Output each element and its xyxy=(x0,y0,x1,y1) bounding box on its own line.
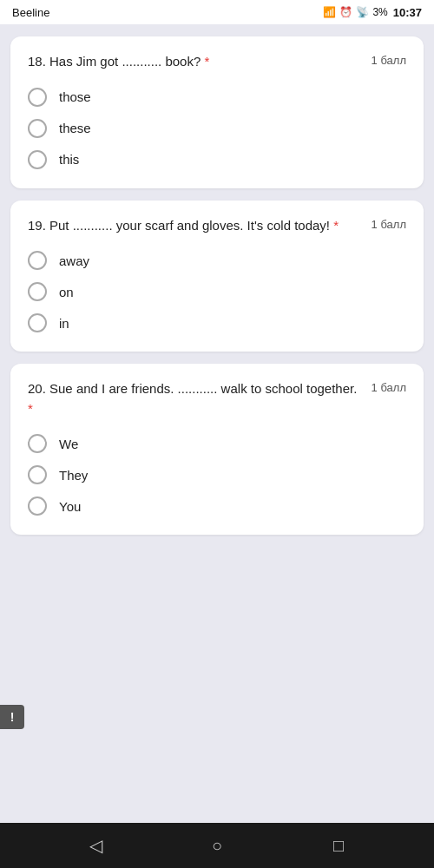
home-button[interactable]: ○ xyxy=(198,826,236,865)
radio-button[interactable] xyxy=(28,313,47,332)
question-card-3: 20. Sue and I are friends. ........... w… xyxy=(10,364,424,535)
radio-button[interactable] xyxy=(28,496,47,516)
questions-content: 18. Has Jim got ........... book? *1 бал… xyxy=(0,24,434,823)
option-item-1[interactable]: these xyxy=(28,119,406,138)
radio-button[interactable] xyxy=(28,465,47,484)
question-card-1: 18. Has Jim got ........... book? *1 бал… xyxy=(10,36,424,188)
options-list: WeTheyYou xyxy=(28,434,406,516)
radio-button[interactable] xyxy=(28,150,47,169)
required-asterisk: * xyxy=(333,218,339,233)
back-button[interactable]: ◁ xyxy=(76,826,115,865)
radio-button[interactable] xyxy=(28,251,47,270)
option-label: We xyxy=(59,437,78,451)
option-label: away xyxy=(59,253,89,268)
question-header: 19. Put ........... your scarf and glove… xyxy=(28,216,406,236)
option-item-1[interactable]: on xyxy=(28,282,406,301)
feedback-icon[interactable]: ! xyxy=(0,705,24,729)
options-list: thosethesethis xyxy=(28,88,406,169)
option-label: on xyxy=(59,285,74,299)
option-label: these xyxy=(59,121,91,135)
status-bar: Beeline 📶 ⏰ 📡 3% 10:37 xyxy=(0,0,434,24)
radio-button[interactable] xyxy=(28,434,47,453)
option-item-0[interactable]: those xyxy=(28,88,406,107)
nav-bar: ◁ ○ □ xyxy=(0,823,434,868)
required-asterisk: * xyxy=(204,54,209,69)
option-item-0[interactable]: away xyxy=(28,251,406,270)
option-label: in xyxy=(59,316,69,331)
option-item-2[interactable]: in xyxy=(28,313,406,332)
time-label: 10:37 xyxy=(393,6,422,19)
option-item-2[interactable]: You xyxy=(28,496,406,516)
alarm-icon: ⏰ xyxy=(339,6,352,18)
radio-button[interactable] xyxy=(28,88,47,107)
wifi-icon: 📡 xyxy=(356,6,369,18)
recent-button[interactable]: □ xyxy=(319,826,358,865)
question-header: 18. Has Jim got ........... book? *1 бал… xyxy=(28,52,406,72)
question-points: 1 балл xyxy=(372,379,406,394)
carrier-label: Beeline xyxy=(12,6,49,19)
option-item-0[interactable]: We xyxy=(28,434,406,453)
options-list: awayonin xyxy=(28,251,406,332)
option-label: this xyxy=(59,152,79,167)
radio-button[interactable] xyxy=(28,282,47,301)
battery-label: 3% xyxy=(372,6,387,18)
required-asterisk: * xyxy=(28,401,33,416)
question-card-2: 19. Put ........... your scarf and glove… xyxy=(10,201,424,352)
option-label: They xyxy=(59,468,88,483)
option-label: You xyxy=(59,499,81,514)
status-icons: 📶 ⏰ 📡 3% 10:37 xyxy=(323,6,422,19)
question-header: 20. Sue and I are friends. ........... w… xyxy=(28,379,406,418)
question-text: 18. Has Jim got ........... book? * xyxy=(28,52,365,72)
option-label: those xyxy=(59,89,91,104)
option-item-1[interactable]: They xyxy=(28,465,406,484)
option-item-2[interactable]: this xyxy=(28,150,406,169)
signal-icon: 📶 xyxy=(323,6,336,18)
question-text: 20. Sue and I are friends. ........... w… xyxy=(28,379,365,418)
question-points: 1 балл xyxy=(372,216,406,231)
question-points: 1 балл xyxy=(372,52,406,67)
radio-button[interactable] xyxy=(28,119,47,138)
question-text: 19. Put ........... your scarf and glove… xyxy=(28,216,365,236)
